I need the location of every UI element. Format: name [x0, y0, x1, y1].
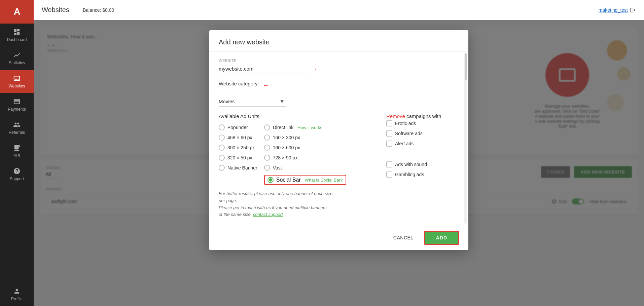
websites-icon — [13, 75, 21, 82]
sidebar-item-dashboard[interactable]: Dashboard — [0, 24, 34, 47]
contact-support-link[interactable]: contact support — [253, 212, 283, 217]
checkbox-ads-with-sound[interactable]: Ads with sound — [386, 161, 454, 167]
username-link[interactable]: maketing_test — [599, 7, 628, 13]
modal-scroll-wrapper: Website ← Website category: ← — [209, 52, 468, 225]
user-menu[interactable]: maketing_test — [599, 7, 636, 13]
sidebar-item-label: Websites — [8, 84, 25, 88]
how-it-works-link[interactable]: How it works — [297, 125, 322, 130]
statistics-icon — [13, 51, 21, 59]
website-input[interactable] — [219, 64, 310, 74]
ad-units-section: Available Ad Units Popunder — [219, 113, 454, 185]
radio-label-320x50: 320 × 50 px — [227, 155, 252, 160]
sidebar-item-label: Profile — [11, 297, 23, 301]
radio-circle-300x250 — [219, 145, 225, 151]
category-select[interactable]: Movies Entertainment News Sports Technol… — [219, 97, 286, 107]
radio-circle-320x50 — [219, 155, 225, 161]
website-field-label: Website — [219, 59, 454, 63]
modal-footer: CANCEL ADD — [209, 225, 468, 250]
ad-col-1: Popunder 468 × 60 px — [219, 124, 257, 185]
checkbox-label-ads-with-sound: Ads with sound — [395, 162, 427, 167]
checkbox-box-software-ads — [386, 130, 392, 137]
modal-title: Add new website — [209, 30, 468, 52]
radio-circle-popunder — [219, 124, 225, 130]
radio-160x300[interactable]: 160 × 300 px — [264, 135, 346, 141]
radio-circle-160x600 — [264, 145, 270, 151]
sidebar-item-support[interactable]: Support — [0, 163, 34, 186]
radio-circle-728x90 — [264, 155, 270, 161]
radio-circle-vast — [264, 165, 270, 171]
radio-label-native-banner: Native Banner — [227, 165, 257, 170]
info-line2: per page. — [219, 198, 237, 203]
radio-160x600[interactable]: 160 × 600 px — [264, 145, 346, 151]
checkbox-gambling-ads[interactable]: Gambling ads — [386, 171, 454, 178]
arrow-2-icon: ← — [262, 82, 270, 89]
topbar: Websites Balance: $0.00 maketing_test — [34, 0, 644, 20]
sidebar-item-label: Support — [10, 177, 24, 181]
sidebar-item-label: Statistics — [9, 61, 25, 65]
modal-scrollbar[interactable] — [464, 53, 467, 224]
modal-content: Website ← Website category: ← — [209, 52, 463, 225]
sidebar-item-payments[interactable]: Payments — [0, 93, 34, 116]
remove-label: Remove — [386, 113, 405, 119]
checkbox-alert-ads[interactable]: Alert ads — [386, 141, 454, 147]
radio-label-vast: Vast — [273, 165, 282, 170]
radio-vast[interactable]: Vast — [264, 165, 346, 171]
balance-display: Balance: $0.00 — [83, 7, 114, 13]
modal-body: Website ← Website category: ← — [209, 52, 463, 225]
sidebar-item-referrals[interactable]: Referrals — [0, 116, 34, 140]
sidebar-item-label: Dashboard — [7, 37, 27, 42]
content-area: Websites. How it wor... 1. A...Send you.… — [34, 20, 644, 306]
arrow-1-icon: ← — [314, 65, 321, 73]
modal-overlay[interactable]: Add new website Website ← — [34, 20, 644, 306]
radio-300x250[interactable]: 300 × 250 px — [219, 145, 257, 151]
checkbox-label-alert-ads: Alert ads — [395, 141, 414, 146]
info-line1: For better results, please use only one … — [219, 191, 332, 196]
radio-native-banner[interactable]: Native Banner — [219, 165, 257, 171]
ad-units-header: Available Ad Units — [219, 113, 386, 119]
radio-label-160x300: 160 × 300 px — [273, 135, 300, 140]
radio-circle-direct-link — [264, 124, 270, 130]
radio-label-direct-link: Direct link — [273, 125, 293, 130]
ad-col-2: Direct link How it works 160 × 300 px — [264, 124, 346, 185]
remove-campaigns-section: Remove campaigns with Erotic ads — [386, 113, 454, 185]
what-is-social-bar-link[interactable]: What is Social Bar? — [305, 178, 343, 183]
checkbox-erotic-ads[interactable]: Erotic ads — [386, 120, 454, 126]
checkbox-box-ads-with-sound — [386, 161, 392, 167]
campaigns-suffix: campaigns with — [405, 113, 441, 119]
exit-icon — [630, 7, 636, 13]
checkbox-box-alert-ads — [386, 141, 392, 147]
checkbox-box-gambling-ads — [386, 171, 392, 178]
radio-direct-link[interactable]: Direct link How it works — [264, 124, 346, 130]
remove-campaigns-header: Remove campaigns with — [386, 113, 454, 119]
logo[interactable]: A — [0, 0, 34, 24]
add-button[interactable]: ADD — [424, 231, 459, 245]
radio-468x60[interactable]: 468 × 60 px — [219, 135, 257, 141]
sidebar: A Dashboard Statistics Websites Payments… — [0, 0, 34, 306]
sidebar-item-profile[interactable]: Profile — [0, 283, 34, 306]
radio-320x50[interactable]: 320 × 50 px — [219, 155, 257, 161]
radio-circle-social-bar — [267, 177, 274, 183]
checkbox-label-erotic-ads: Erotic ads — [395, 121, 416, 126]
info-line3: Please get in touch with us if you need … — [219, 205, 327, 210]
info-text: For better results, please use only one … — [219, 190, 454, 218]
sidebar-item-api[interactable]: API — [0, 140, 34, 163]
sidebar-item-statistics[interactable]: Statistics — [0, 47, 34, 70]
checkbox-label-gambling-ads: Gambling ads — [395, 172, 424, 177]
radio-label-300x250: 300 × 250 px — [227, 145, 255, 150]
payments-icon — [13, 98, 21, 105]
radio-social-bar-row[interactable]: Social Bar What is Social Bar? — [264, 175, 346, 185]
sidebar-item-websites[interactable]: Websites — [0, 70, 34, 93]
referrals-icon — [13, 121, 21, 128]
sidebar-item-label: API — [13, 153, 20, 158]
checkbox-software-ads[interactable]: Software ads — [386, 130, 454, 137]
website-category-label: Website category: — [219, 81, 259, 86]
radio-circle-native-banner — [219, 165, 225, 171]
support-icon — [13, 167, 21, 175]
radio-popunder[interactable]: Popunder — [219, 124, 257, 130]
dashboard-icon — [13, 28, 21, 36]
ad-units-left: Available Ad Units Popunder — [219, 113, 386, 185]
modal-dialog: Add new website Website ← — [209, 30, 468, 250]
cancel-button[interactable]: CANCEL — [388, 232, 419, 243]
checkbox-label-software-ads: Software ads — [395, 131, 423, 136]
radio-728x90[interactable]: 728 × 90 px — [264, 155, 346, 161]
